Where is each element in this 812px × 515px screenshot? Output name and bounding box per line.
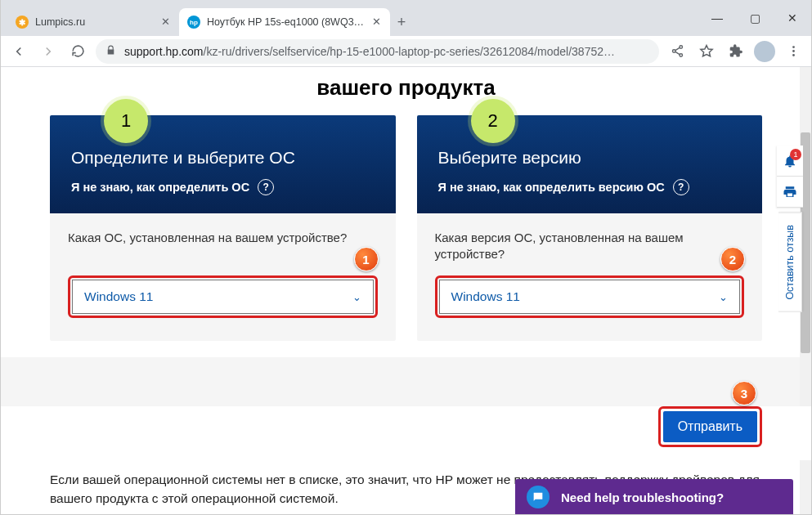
browser-addressbar: support.hp.com/kz-ru/drivers/selfservice… xyxy=(1,36,811,67)
svg-point-2 xyxy=(679,54,682,57)
notification-count-badge: 1 xyxy=(790,149,801,160)
bookmark-button[interactable] xyxy=(695,40,718,63)
tab-title: Lumpics.ru xyxy=(35,16,85,28)
svg-point-5 xyxy=(792,54,795,56)
favicon-hp: hp xyxy=(187,16,200,29)
os-select[interactable]: Windows 11 ⌄ xyxy=(72,280,374,314)
svg-point-1 xyxy=(672,50,675,53)
help-text: Я не знаю, как определить версию ОС xyxy=(438,181,665,194)
os-selection-row: 1 Определите и выберите ОС Я не знаю, ка… xyxy=(1,115,811,357)
favicon-lumpics: ✱ xyxy=(16,16,29,29)
profile-avatar[interactable] xyxy=(754,41,775,62)
close-icon[interactable]: ✕ xyxy=(159,16,171,28)
chat-icon xyxy=(527,486,550,508)
card-header: Определите и выберите ОС Я не знаю, как … xyxy=(50,115,396,213)
card-heading: Определите и выберите ОС xyxy=(71,148,375,168)
select-highlight: 2 Windows 11 ⌄ xyxy=(435,275,745,318)
annotation-badge-1: 1 xyxy=(354,247,379,271)
reload-button[interactable] xyxy=(66,40,89,63)
annotation-badge-2: 2 xyxy=(720,247,745,271)
card-body: Какая версия ОС, установленная на вашем … xyxy=(417,213,763,341)
select-value: Windows 11 xyxy=(84,289,153,304)
svg-point-4 xyxy=(792,50,795,52)
submit-row: 3 Отправить xyxy=(1,406,811,460)
minimize-button[interactable]: — xyxy=(698,0,736,36)
help-link[interactable]: Я не знаю, как определить ОС ? xyxy=(71,179,375,195)
submit-button[interactable]: Отправить xyxy=(663,411,757,442)
chat-widget[interactable]: Need help troubleshooting? xyxy=(515,479,793,515)
card-select-version: 2 Выберите версию Я не знаю, как определ… xyxy=(417,115,763,341)
version-select[interactable]: Windows 11 ⌄ xyxy=(439,280,741,314)
chevron-down-icon: ⌄ xyxy=(352,291,361,303)
side-rail: 1 Оставить отзыв xyxy=(777,146,803,312)
maximize-button[interactable]: ▢ xyxy=(736,0,774,36)
close-window-button[interactable]: ✕ xyxy=(774,0,811,36)
help-icon: ? xyxy=(258,179,274,195)
url-text: support.hp.com/kz-ru/drivers/selfservice… xyxy=(124,45,615,58)
chevron-down-icon: ⌄ xyxy=(719,291,728,303)
card-select-os: 1 Определите и выберите ОС Я не знаю, ка… xyxy=(50,115,396,341)
url-input[interactable]: support.hp.com/kz-ru/drivers/selfservice… xyxy=(96,39,659,64)
question-label: Какая версия ОС, установленная на вашем … xyxy=(435,230,745,264)
page-viewport: вашего продукта 1 Определите и выберите … xyxy=(1,67,811,515)
feedback-tab[interactable]: Оставить отзыв xyxy=(778,213,802,312)
select-highlight: 1 Windows 11 ⌄ xyxy=(68,275,378,318)
window-controls: — ▢ ✕ xyxy=(698,0,811,36)
close-icon[interactable]: ✕ xyxy=(370,16,382,28)
help-icon: ? xyxy=(673,179,689,195)
submit-highlight: 3 Отправить xyxy=(658,406,762,447)
tab-title: Ноутбук HP 15s-eq1000 (8WQ3… xyxy=(207,16,364,28)
help-text: Я не знаю, как определить ОС xyxy=(71,181,249,194)
browser-tab-hp[interactable]: hp Ноутбук HP 15s-eq1000 (8WQ3… ✕ xyxy=(179,8,390,36)
new-tab-button[interactable]: + xyxy=(390,11,413,34)
svg-point-3 xyxy=(792,46,795,48)
select-value: Windows 11 xyxy=(451,289,520,304)
help-link[interactable]: Я не знаю, как определить версию ОС ? xyxy=(438,179,742,195)
share-button[interactable] xyxy=(666,40,689,63)
annotation-badge-3: 3 xyxy=(732,381,756,405)
forward-button[interactable] xyxy=(37,40,60,63)
card-body: Какая ОС, установленная на вашем устройс… xyxy=(50,213,396,341)
step-badge-1: 1 xyxy=(104,99,148,143)
back-button[interactable] xyxy=(7,40,30,63)
chat-label: Need help troubleshooting? xyxy=(561,490,724,504)
question-label: Какая ОС, установленная на вашем устройс… xyxy=(68,230,378,264)
print-button[interactable] xyxy=(777,177,803,208)
browser-tab-lumpics[interactable]: ✱ Lumpics.ru ✕ xyxy=(7,8,179,36)
menu-button[interactable] xyxy=(782,40,805,63)
browser-tabbar: ✱ Lumpics.ru ✕ hp Ноутбук HP 15s-eq1000 … xyxy=(1,0,811,36)
notifications-button[interactable]: 1 xyxy=(777,146,803,177)
step-badge-2: 2 xyxy=(471,99,515,143)
extensions-button[interactable] xyxy=(725,40,747,63)
card-header: Выберите версию Я не знаю, как определит… xyxy=(417,115,763,213)
card-heading: Выберите версию xyxy=(438,148,742,168)
svg-point-0 xyxy=(679,46,682,49)
lock-icon xyxy=(105,45,116,58)
